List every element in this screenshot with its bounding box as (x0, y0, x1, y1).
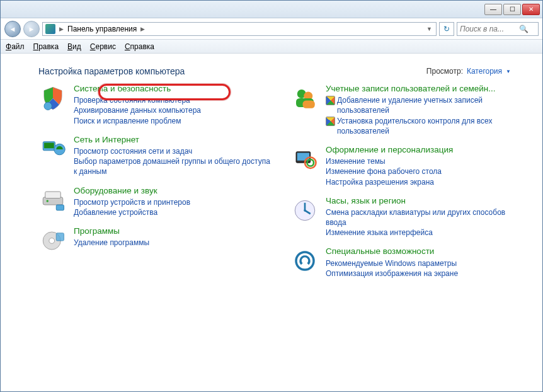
svg-point-9 (49, 238, 55, 244)
task-link[interactable]: Просмотр состояния сети и задач (74, 146, 272, 156)
category-icon (38, 226, 67, 255)
category-icon (38, 84, 67, 113)
task-link[interactable]: Настройка разрешения экрана (326, 177, 523, 187)
svg-rect-10 (56, 233, 64, 241)
task-link[interactable]: Просмотр устройств и принтеров (74, 197, 272, 207)
menu-view[interactable]: Вид (67, 42, 81, 51)
task-link[interactable]: Установка родительского контроля для все… (326, 116, 523, 136)
task-link[interactable]: Проверка состояния компьютера (74, 95, 272, 105)
search-icon: 🔍 (519, 25, 529, 33)
svg-rect-7 (56, 205, 64, 210)
page-title: Настройка параметров компьютера (38, 66, 185, 76)
task-link[interactable]: Рекомендуемые Windows параметры (326, 258, 523, 268)
category-title-link[interactable]: Учетные записи пользователей и семейн... (326, 84, 495, 94)
svg-point-0 (44, 102, 52, 110)
category-title-link[interactable]: Сеть и Интернет (74, 135, 139, 145)
breadcrumb-root[interactable]: Панель управления (67, 25, 137, 33)
content-area: Настройка параметров компьютера Просмотр… (1, 54, 542, 390)
category-item: Сеть и ИнтернетПросмотр состояния сети и… (38, 135, 272, 177)
refresh-button[interactable]: ↻ (439, 22, 454, 36)
search-box[interactable]: 🔍 (457, 22, 539, 36)
category-icon (38, 135, 67, 164)
task-link[interactable]: Добавление и удаление учетных записей по… (326, 95, 523, 115)
category-icon (290, 145, 319, 174)
task-link[interactable]: Изменение фона рабочего стола (326, 166, 523, 176)
category-item: Оформление и персонализацияИзменение тем… (290, 145, 523, 187)
category-icon (38, 186, 67, 215)
svg-rect-2 (44, 142, 54, 148)
task-link[interactable]: Смена раскладки клавиатуры или других сп… (326, 207, 523, 228)
maximize-button[interactable]: ☐ (503, 4, 521, 15)
control-panel-window: — ☐ ✕ ◄ ► ▶ Панель управления ▶ ▼ ↻ 🔍 Фа… (0, 0, 543, 392)
category-title-link[interactable]: Специальные возможности (326, 246, 434, 257)
navbar: ◄ ► ▶ Панель управления ▶ ▼ ↻ 🔍 (1, 18, 542, 40)
category-item: Учетные записи пользователей и семейн...… (290, 84, 523, 136)
category-title-link[interactable]: Оформление и персонализация (326, 145, 453, 155)
chevron-right-icon: ▶ (58, 26, 65, 32)
task-link[interactable]: Удаление программы (74, 238, 272, 248)
view-selector: Просмотр: Категория ▼ (426, 67, 511, 76)
category-icon (290, 246, 319, 275)
svg-point-6 (47, 200, 49, 202)
task-link[interactable]: Выбор параметров домашней группы и общег… (74, 156, 272, 176)
left-column: Система и безопасностьПроверка состояния… (38, 84, 272, 287)
search-input[interactable] (460, 25, 517, 33)
category-title-link[interactable]: Оборудование и звук (74, 186, 157, 196)
menu-file[interactable]: Файл (6, 42, 25, 51)
svg-rect-14 (303, 101, 315, 108)
category-title-link[interactable]: Часы, язык и регион (326, 196, 406, 206)
category-item: Система и безопасностьПроверка состояния… (38, 84, 272, 126)
category-title-link[interactable]: Программы (74, 226, 120, 236)
menu-help[interactable]: Справка (125, 42, 154, 51)
chevron-down-icon[interactable]: ▼ (425, 26, 433, 32)
chevron-right-icon[interactable]: ▶ (139, 26, 146, 32)
category-item: Часы, язык и регионСмена раскладки клави… (290, 196, 523, 238)
control-panel-icon (45, 24, 55, 34)
category-icon (290, 84, 319, 113)
menubar: Файл Правка Вид Сервис Справка (1, 40, 542, 54)
category-item: ПрограммыУдаление программы (38, 226, 272, 255)
forward-button[interactable]: ► (23, 21, 40, 37)
titlebar: — ☐ ✕ (1, 1, 542, 18)
chevron-down-icon[interactable]: ▼ (506, 69, 511, 74)
category-title-link[interactable]: Система и безопасность (74, 84, 171, 94)
svg-point-20 (304, 209, 306, 212)
task-link[interactable]: Поиск и исправление проблем (74, 116, 272, 126)
task-link[interactable]: Изменение языка интерфейса (326, 228, 523, 238)
address-bar[interactable]: ▶ Панель управления ▶ ▼ (42, 22, 437, 36)
category-item: Оборудование и звукПросмотр устройств и … (38, 186, 272, 218)
right-column: Учетные записи пользователей и семейн...… (290, 84, 523, 287)
menu-edit[interactable]: Правка (33, 42, 59, 51)
task-link[interactable]: Изменение темы (326, 156, 523, 166)
back-button[interactable]: ◄ (4, 21, 21, 37)
task-link[interactable]: Архивирование данных компьютера (74, 105, 272, 115)
task-link[interactable]: Добавление устройства (74, 207, 272, 217)
category-icon (290, 196, 319, 225)
view-label: Просмотр: (426, 67, 463, 76)
category-item: Специальные возможностиРекомендуемые Win… (290, 246, 523, 279)
close-button[interactable]: ✕ (522, 4, 540, 15)
svg-rect-16 (297, 153, 309, 160)
svg-rect-5 (45, 192, 61, 199)
minimize-button[interactable]: — (484, 4, 502, 15)
menu-tools[interactable]: Сервис (90, 42, 116, 51)
task-link[interactable]: Оптимизация изображения на экране (326, 268, 523, 279)
view-value[interactable]: Категория (467, 67, 502, 76)
